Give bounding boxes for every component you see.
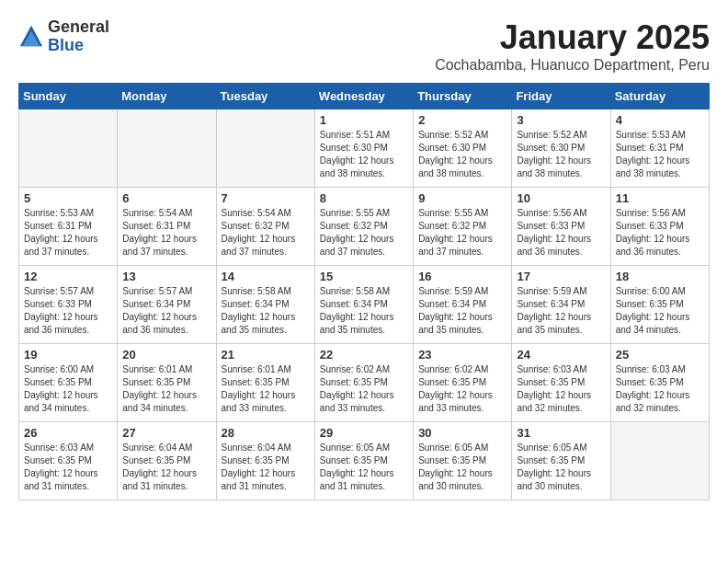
- day-info: Sunrise: 5:59 AM Sunset: 6:34 PM Dayligh…: [418, 285, 506, 337]
- weekday-header-thursday: Thursday: [414, 84, 512, 109]
- calendar-cell: 13Sunrise: 5:57 AM Sunset: 6:34 PM Dayli…: [118, 266, 216, 344]
- calendar-cell: 18Sunrise: 6:00 AM Sunset: 6:35 PM Dayli…: [610, 266, 709, 344]
- calendar-cell: 2Sunrise: 5:52 AM Sunset: 6:30 PM Daylig…: [414, 109, 512, 188]
- day-number: 19: [24, 348, 112, 362]
- calendar-cell: 25Sunrise: 6:03 AM Sunset: 6:35 PM Dayli…: [610, 344, 709, 422]
- day-number: 28: [222, 426, 310, 440]
- day-number: 26: [24, 426, 112, 440]
- logo-general: General: [48, 18, 109, 37]
- day-number: 27: [122, 426, 210, 440]
- day-info: Sunrise: 6:02 AM Sunset: 6:35 PM Dayligh…: [418, 363, 506, 415]
- calendar-cell: 31Sunrise: 6:05 AM Sunset: 6:35 PM Dayli…: [512, 422, 610, 500]
- calendar-body: 1Sunrise: 5:51 AM Sunset: 6:30 PM Daylig…: [19, 109, 710, 500]
- day-number: 14: [222, 270, 310, 283]
- day-number: 17: [517, 270, 605, 283]
- day-number: 8: [320, 191, 408, 205]
- day-info: Sunrise: 5:54 AM Sunset: 6:31 PM Dayligh…: [122, 207, 210, 259]
- day-info: Sunrise: 5:55 AM Sunset: 6:32 PM Dayligh…: [320, 207, 408, 259]
- title-block: January 2025 Cochabamba, Huanuco Departm…: [435, 18, 710, 74]
- calendar-cell: 15Sunrise: 5:58 AM Sunset: 6:34 PM Dayli…: [314, 266, 413, 344]
- weekday-header-saturday: Saturday: [610, 84, 709, 109]
- day-number: 1: [320, 113, 408, 127]
- day-info: Sunrise: 6:02 AM Sunset: 6:35 PM Dayligh…: [320, 363, 408, 415]
- page-header: General Blue January 2025 Cochabamba, Hu…: [18, 18, 710, 74]
- day-info: Sunrise: 5:56 AM Sunset: 6:33 PM Dayligh…: [616, 207, 704, 259]
- day-info: Sunrise: 5:52 AM Sunset: 6:30 PM Dayligh…: [517, 129, 605, 180]
- calendar-cell: 10Sunrise: 5:56 AM Sunset: 6:33 PM Dayli…: [512, 188, 610, 266]
- week-row-1: 5Sunrise: 5:53 AM Sunset: 6:31 PM Daylig…: [19, 188, 710, 266]
- day-number: 6: [122, 191, 210, 205]
- day-number: 11: [616, 191, 704, 205]
- calendar-cell: 22Sunrise: 6:02 AM Sunset: 6:35 PM Dayli…: [314, 344, 413, 422]
- day-info: Sunrise: 5:58 AM Sunset: 6:34 PM Dayligh…: [222, 285, 310, 337]
- day-info: Sunrise: 6:05 AM Sunset: 6:35 PM Dayligh…: [418, 442, 506, 493]
- calendar-cell: 20Sunrise: 6:01 AM Sunset: 6:35 PM Dayli…: [118, 344, 216, 422]
- calendar-cell: 11Sunrise: 5:56 AM Sunset: 6:33 PM Dayli…: [610, 188, 709, 266]
- calendar-cell: 7Sunrise: 5:54 AM Sunset: 6:32 PM Daylig…: [216, 188, 314, 266]
- week-row-2: 12Sunrise: 5:57 AM Sunset: 6:33 PM Dayli…: [19, 266, 710, 344]
- day-number: 15: [320, 270, 408, 283]
- calendar-header: SundayMondayTuesdayWednesdayThursdayFrid…: [19, 84, 710, 109]
- calendar-cell: 9Sunrise: 5:55 AM Sunset: 6:32 PM Daylig…: [414, 188, 512, 266]
- weekday-header-monday: Monday: [118, 84, 216, 109]
- day-number: 23: [418, 348, 506, 362]
- logo-blue: Blue: [48, 37, 109, 55]
- day-info: Sunrise: 6:04 AM Sunset: 6:35 PM Dayligh…: [222, 442, 310, 493]
- day-info: Sunrise: 6:03 AM Sunset: 6:35 PM Dayligh…: [517, 363, 605, 415]
- calendar-cell: 24Sunrise: 6:03 AM Sunset: 6:35 PM Dayli…: [512, 344, 610, 422]
- day-number: 24: [517, 348, 605, 362]
- logo-icon: [18, 24, 44, 50]
- day-info: Sunrise: 6:01 AM Sunset: 6:35 PM Dayligh…: [122, 363, 210, 415]
- day-number: 25: [616, 348, 704, 362]
- day-info: Sunrise: 5:51 AM Sunset: 6:30 PM Dayligh…: [320, 129, 408, 180]
- day-info: Sunrise: 6:00 AM Sunset: 6:35 PM Dayligh…: [616, 285, 704, 337]
- calendar-cell: 16Sunrise: 5:59 AM Sunset: 6:34 PM Dayli…: [414, 266, 512, 344]
- calendar-cell: 29Sunrise: 6:05 AM Sunset: 6:35 PM Dayli…: [314, 422, 413, 500]
- calendar-table: SundayMondayTuesdayWednesdayThursdayFrid…: [18, 83, 710, 500]
- calendar-cell: 19Sunrise: 6:00 AM Sunset: 6:35 PM Dayli…: [19, 344, 118, 422]
- day-number: 21: [222, 348, 310, 362]
- day-number: 18: [616, 270, 704, 283]
- calendar-cell: 14Sunrise: 5:58 AM Sunset: 6:34 PM Dayli…: [216, 266, 314, 344]
- day-number: 9: [418, 191, 506, 205]
- day-number: 10: [517, 191, 605, 205]
- day-number: 22: [320, 348, 408, 362]
- calendar-cell: 8Sunrise: 5:55 AM Sunset: 6:32 PM Daylig…: [314, 188, 413, 266]
- day-number: 4: [616, 113, 704, 127]
- logo: General Blue: [18, 18, 109, 55]
- calendar-cell: 26Sunrise: 6:03 AM Sunset: 6:35 PM Dayli…: [19, 422, 118, 500]
- day-info: Sunrise: 5:57 AM Sunset: 6:34 PM Dayligh…: [122, 285, 210, 337]
- day-info: Sunrise: 5:54 AM Sunset: 6:32 PM Dayligh…: [222, 207, 310, 259]
- calendar-cell: [118, 109, 216, 188]
- day-number: 13: [122, 270, 210, 283]
- day-info: Sunrise: 5:58 AM Sunset: 6:34 PM Dayligh…: [320, 285, 408, 337]
- weekday-header-tuesday: Tuesday: [216, 84, 314, 109]
- weekday-header-wednesday: Wednesday: [314, 84, 413, 109]
- calendar-subtitle: Cochabamba, Huanuco Department, Peru: [435, 57, 710, 74]
- calendar-cell: [216, 109, 314, 188]
- day-number: 30: [418, 426, 506, 440]
- calendar-cell: 3Sunrise: 5:52 AM Sunset: 6:30 PM Daylig…: [512, 109, 610, 188]
- day-info: Sunrise: 6:04 AM Sunset: 6:35 PM Dayligh…: [122, 442, 210, 493]
- calendar-cell: 17Sunrise: 5:59 AM Sunset: 6:34 PM Dayli…: [512, 266, 610, 344]
- calendar-cell: 1Sunrise: 5:51 AM Sunset: 6:30 PM Daylig…: [314, 109, 413, 188]
- day-info: Sunrise: 5:55 AM Sunset: 6:32 PM Dayligh…: [418, 207, 506, 259]
- day-info: Sunrise: 6:05 AM Sunset: 6:35 PM Dayligh…: [320, 442, 408, 493]
- day-info: Sunrise: 6:00 AM Sunset: 6:35 PM Dayligh…: [24, 363, 112, 415]
- day-info: Sunrise: 5:52 AM Sunset: 6:30 PM Dayligh…: [418, 129, 506, 180]
- day-info: Sunrise: 5:53 AM Sunset: 6:31 PM Dayligh…: [24, 207, 112, 259]
- calendar-cell: 27Sunrise: 6:04 AM Sunset: 6:35 PM Dayli…: [118, 422, 216, 500]
- calendar-cell: 28Sunrise: 6:04 AM Sunset: 6:35 PM Dayli…: [216, 422, 314, 500]
- calendar-cell: [19, 109, 118, 188]
- day-number: 7: [222, 191, 310, 205]
- calendar-title: January 2025: [435, 18, 710, 57]
- week-row-3: 19Sunrise: 6:00 AM Sunset: 6:35 PM Dayli…: [19, 344, 710, 422]
- calendar-cell: 12Sunrise: 5:57 AM Sunset: 6:33 PM Dayli…: [19, 266, 118, 344]
- calendar-cell: [610, 422, 709, 500]
- day-number: 31: [517, 426, 605, 440]
- day-number: 29: [320, 426, 408, 440]
- calendar-cell: 4Sunrise: 5:53 AM Sunset: 6:31 PM Daylig…: [610, 109, 709, 188]
- calendar-cell: 21Sunrise: 6:01 AM Sunset: 6:35 PM Dayli…: [216, 344, 314, 422]
- day-number: 12: [24, 270, 112, 283]
- calendar-cell: 23Sunrise: 6:02 AM Sunset: 6:35 PM Dayli…: [414, 344, 512, 422]
